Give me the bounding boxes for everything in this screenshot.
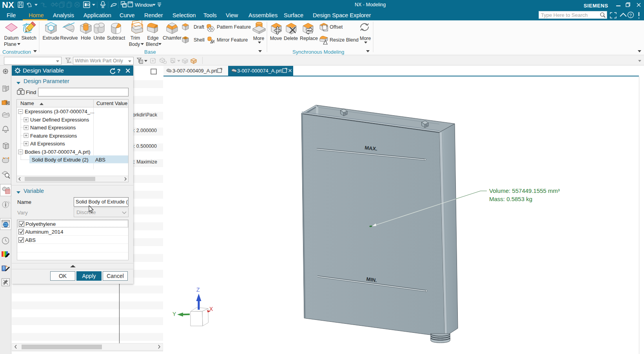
svg-text:Z: Z	[196, 287, 200, 293]
svg-text:orkdir\Pack: orkdir\Pack	[132, 112, 157, 118]
svg-text:t: Maximize: t: Maximize	[132, 159, 157, 165]
svg-text:Bodies (3-007-000074_A.prt): Bodies (3-007-000074_A.prt)	[25, 149, 91, 155]
svg-text:Y: Y	[172, 311, 176, 317]
svg-text:e: 2.000000: e: 2.000000	[131, 128, 157, 133]
svg-text:?: ?	[629, 13, 632, 18]
svg-text:Mass: 0.5853 kg: Mass: 0.5853 kg	[489, 196, 532, 202]
svg-text:?: ?	[117, 68, 121, 74]
svg-text:All Expressions: All Expressions	[30, 141, 65, 147]
svg-text:User Defined Expressions: User Defined Expressions	[30, 117, 89, 123]
svg-text:Solid Body of Extrude (2): Solid Body of Extrude (2)	[32, 157, 89, 163]
svg-text:Named Expressions: Named Expressions	[30, 125, 76, 131]
svg-text:Volume: 557449.1555 mm³: Volume: 557449.1555 mm³	[489, 187, 560, 194]
svg-text:e: 0.500000: e: 0.500000	[131, 143, 157, 149]
svg-text:Window: Window	[135, 2, 153, 8]
svg-text:Expressions (3-007-000074_...: Expressions (3-007-000074_...	[25, 109, 94, 114]
svg-text:ABS: ABS	[95, 157, 105, 163]
svg-text:Feature Expressions: Feature Expressions	[30, 133, 77, 139]
